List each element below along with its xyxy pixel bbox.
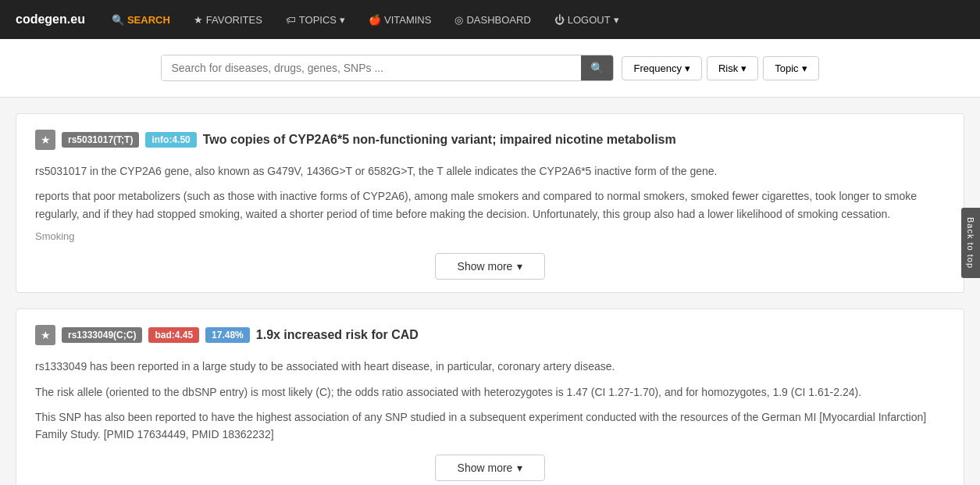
nav-favorites[interactable]: ★ FAVORITES [184, 9, 272, 30]
card-2-snp-badge: rs1333049(C;C) [62, 327, 142, 343]
site-logo: codegen.eu [16, 12, 85, 27]
card-2-title: 1.9x increased risk for CAD [256, 328, 419, 342]
nav-topics[interactable]: 🏷 TOPICS ▾ [276, 9, 355, 30]
nav-dashboard[interactable]: ◎ DASHBOARD [445, 9, 540, 30]
card-2-chevron-down-icon: ▾ [517, 462, 522, 474]
topic-filter-button[interactable]: Topic ▾ [763, 56, 818, 80]
card-1-favorite-button[interactable]: ★ [35, 130, 55, 150]
card-2-paragraph-1: rs1333049 has been reported in a large s… [35, 358, 945, 375]
search-box: 🔍 [161, 55, 614, 81]
vitamins-nav-icon: 🍎 [369, 14, 381, 26]
topic-dropdown-icon: ▾ [802, 62, 807, 74]
logout-dropdown-icon: ▾ [614, 14, 619, 26]
card-2-pct-badge: 17.48% [205, 327, 250, 343]
risk-dropdown-icon: ▾ [741, 62, 747, 74]
card-1-chevron-down-icon: ▾ [517, 260, 522, 273]
search-button[interactable]: 🔍 [581, 55, 613, 80]
card-2-paragraph-2: The risk allele (oriented to the dbSNP e… [35, 383, 945, 401]
search-input[interactable] [162, 55, 581, 80]
card-1-footer: Show more ▾ [35, 253, 945, 280]
risk-filter-button[interactable]: Risk ▾ [707, 56, 758, 80]
card-1-info-badge: info:4.50 [145, 132, 196, 148]
logout-nav-icon: ⏻ [554, 14, 565, 26]
nav-vitamins[interactable]: 🍎 VITAMINS [359, 9, 440, 30]
card-1-paragraph-2: reports that poor metabolizers (such as … [35, 187, 945, 223]
card-1-show-more-button[interactable]: Show more ▾ [435, 253, 546, 280]
frequency-filter-button[interactable]: Frequency ▾ [622, 56, 701, 80]
card-1-body: rs5031017 in the CYP2A6 gene, also known… [35, 162, 945, 242]
back-to-top-button[interactable]: Back to top [961, 207, 980, 277]
card-2-header: ★ rs1333049(C;C) bad:4.45 17.48% 1.9x in… [35, 325, 945, 345]
main-content: ★ rs5031017(T;T) info:4.50 Two copies of… [0, 98, 980, 485]
nav-search[interactable]: 🔍 SEARCH [102, 9, 180, 30]
navbar: codegen.eu 🔍 SEARCH ★ FAVORITES 🏷 TOPICS… [0, 0, 980, 39]
card-2-bad-badge: bad:4.45 [148, 327, 199, 343]
frequency-dropdown-icon: ▾ [685, 62, 690, 74]
card-1-header: ★ rs5031017(T;T) info:4.50 Two copies of… [35, 130, 945, 150]
card-1-snp-badge: rs5031017(T;T) [62, 132, 139, 148]
filter-group: Frequency ▾ Risk ▾ Topic ▾ [622, 56, 818, 80]
search-nav-icon: 🔍 [112, 14, 124, 26]
topics-dropdown-icon: ▾ [340, 14, 345, 26]
card-2-paragraph-3: This SNP has also been reported to have … [35, 408, 945, 444]
nav-logout[interactable]: ⏻ LOGOUT ▾ [545, 9, 629, 30]
card-2-body: rs1333049 has been reported in a large s… [35, 358, 945, 444]
tag-nav-icon: 🏷 [286, 14, 296, 26]
favorites-nav-icon: ★ [194, 14, 203, 26]
card-2-show-more-button[interactable]: Show more ▾ [435, 455, 546, 481]
snp-card-1: ★ rs5031017(T;T) info:4.50 Two copies of… [16, 113, 964, 293]
search-area: 🔍 Frequency ▾ Risk ▾ Topic ▾ [0, 39, 980, 98]
card-2-footer: Show more ▾ [35, 455, 945, 481]
card-1-topic: Smoking [35, 230, 945, 242]
snp-card-2: ★ rs1333049(C;C) bad:4.45 17.48% 1.9x in… [16, 308, 964, 485]
card-1-paragraph-1: rs5031017 in the CYP2A6 gene, also known… [35, 162, 945, 180]
card-2-favorite-button[interactable]: ★ [35, 325, 55, 345]
card-1-title: Two copies of CYP2A6*5 non-functioning v… [203, 133, 676, 147]
dashboard-nav-icon: ◎ [454, 14, 463, 26]
